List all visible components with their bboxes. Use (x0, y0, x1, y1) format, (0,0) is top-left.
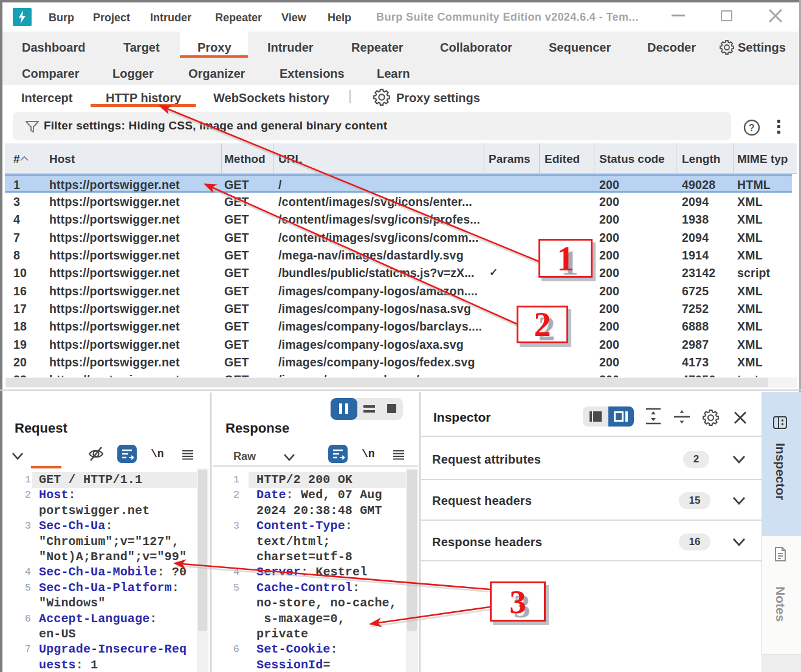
svg-text:?: ? (749, 123, 755, 133)
